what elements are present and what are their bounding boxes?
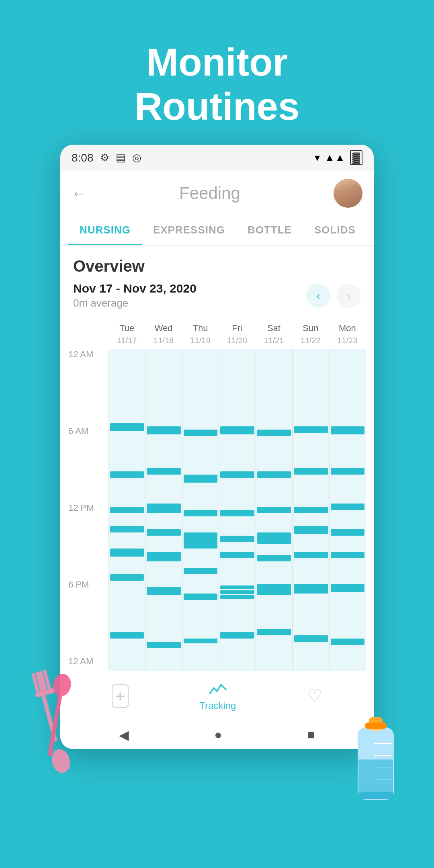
phone-mockup: 8:08 ⚙ ▤ ◎ ▾ ▲▲ ▓ ← Feeding NURSING EXPR… xyxy=(60,145,374,749)
tabs-bar: NURSING EXPRESSING BOTTLE SOLIDS S xyxy=(60,216,374,246)
feed-block xyxy=(184,510,217,516)
feed-block xyxy=(257,584,291,595)
feed-block xyxy=(220,595,254,599)
sys-nav: ◀ ● ■ xyxy=(60,721,374,749)
feed-block xyxy=(110,632,144,639)
signal-icon: ▲▲ xyxy=(325,151,345,164)
feed-block xyxy=(257,507,291,513)
feed-block xyxy=(147,468,180,475)
feed-block xyxy=(220,585,254,590)
tab-supplements[interactable]: S xyxy=(367,216,374,245)
feed-block xyxy=(294,507,328,513)
feed-block xyxy=(220,471,254,478)
time-labels-col: 12 AM 6 AM 12 PM 6 PM 12 AM xyxy=(68,349,108,671)
feed-block xyxy=(257,471,291,478)
svg-point-7 xyxy=(51,672,73,698)
day-col-mon xyxy=(329,349,366,671)
next-week-button[interactable]: › xyxy=(337,284,361,308)
feed-block xyxy=(184,430,217,436)
col-header-fri: Fri11/20 xyxy=(219,322,255,346)
sys-home-button[interactable]: ● xyxy=(214,727,222,742)
tracking-label: Tracking xyxy=(199,700,236,711)
feed-block xyxy=(331,504,364,510)
sim-icon: ▤ xyxy=(116,151,126,164)
day-col-sat xyxy=(256,349,292,671)
status-right: ▾ ▲▲ ▓ xyxy=(315,150,362,165)
wifi-icon: ▾ xyxy=(315,151,320,164)
day-col-thu xyxy=(182,349,219,671)
status-left: 8:08 ⚙ ▤ ◎ xyxy=(72,151,141,164)
feed-block xyxy=(294,426,328,433)
chart-container: Tue11/17 Wed11/18 Thu11/19 Fri11/20 Sat1… xyxy=(60,309,374,671)
time-6am: 6 AM xyxy=(68,426,108,436)
feed-block xyxy=(220,590,254,594)
tab-nursing[interactable]: NURSING xyxy=(68,216,142,246)
prev-week-button[interactable]: ‹ xyxy=(306,284,330,308)
nav-buttons: ‹ › xyxy=(306,284,361,308)
col-header-wed: Wed11/18 xyxy=(145,322,182,346)
col-header-tue: Tue11/17 xyxy=(108,322,145,346)
feed-block xyxy=(184,639,217,643)
feed-block xyxy=(220,426,254,434)
feed-block xyxy=(257,430,291,436)
bottom-nav: + Tracking ♡ xyxy=(60,671,374,721)
feed-block xyxy=(184,594,217,600)
overview-section: Overview Nov 17 - Nov 23, 2020 0m averag… xyxy=(60,246,374,309)
feed-block xyxy=(294,635,328,642)
nav-item-tracking[interactable]: Tracking xyxy=(199,681,236,711)
feed-block xyxy=(331,552,364,558)
sys-recents-button[interactable]: ■ xyxy=(307,727,315,742)
back-button[interactable]: ← xyxy=(72,185,86,202)
tab-solids[interactable]: SOLIDS xyxy=(303,216,367,245)
nav-item-add[interactable]: + xyxy=(112,684,129,708)
feed-block xyxy=(331,426,364,434)
col-header-mon: Mon11/23 xyxy=(329,322,366,346)
feed-block xyxy=(147,426,180,434)
time-12am-top: 12 AM xyxy=(68,349,108,360)
svg-rect-11 xyxy=(365,723,387,729)
col-header-sun: Sun11/22 xyxy=(292,322,329,346)
battery-icon: ▓ xyxy=(350,150,362,165)
tab-bottle[interactable]: BOTTLE xyxy=(236,216,303,245)
feed-block xyxy=(147,642,180,648)
feed-block xyxy=(331,584,364,592)
avatar[interactable] xyxy=(334,179,362,208)
feed-block xyxy=(147,504,180,513)
feed-block xyxy=(147,587,180,595)
feed-block xyxy=(110,526,144,532)
feed-block xyxy=(110,507,144,513)
podcast-icon: ◎ xyxy=(132,151,141,164)
svg-point-5 xyxy=(49,747,72,775)
feed-block xyxy=(331,468,364,475)
col-header-sat: Sat11/21 xyxy=(256,322,292,346)
feed-block xyxy=(184,568,217,574)
feed-block xyxy=(257,629,291,635)
feed-block xyxy=(257,532,291,544)
add-icon: + xyxy=(112,684,129,708)
status-bar: 8:08 ⚙ ▤ ◎ ▾ ▲▲ ▓ xyxy=(60,145,374,171)
deco-fork-spoon xyxy=(12,667,92,788)
nav-item-favorites[interactable]: ♡ xyxy=(307,686,322,706)
time-12am-bottom: 12 AM xyxy=(68,656,108,667)
deco-baby-bottle xyxy=(334,695,422,816)
feed-block xyxy=(147,552,180,561)
tab-expressing[interactable]: EXPRESSING xyxy=(142,216,236,245)
feed-block xyxy=(294,584,328,594)
tracking-icon xyxy=(208,681,227,697)
average-text: 0m average xyxy=(73,297,197,309)
date-range-row: Nov 17 - Nov 23, 2020 0m average ‹ › xyxy=(73,282,361,309)
feed-block xyxy=(184,475,217,483)
feed-block xyxy=(184,532,217,549)
feed-block xyxy=(147,529,180,536)
day-col-sun xyxy=(292,349,329,671)
feed-block xyxy=(294,468,328,475)
feed-block xyxy=(294,526,328,534)
app-header: ← Feeding xyxy=(60,171,374,216)
feed-block xyxy=(220,510,254,516)
feed-block xyxy=(257,555,291,561)
sys-back-button[interactable]: ◀ xyxy=(119,727,129,743)
time-6pm: 6 PM xyxy=(68,579,108,590)
page-title: Feeding xyxy=(179,184,240,203)
date-range: Nov 17 - Nov 23, 2020 xyxy=(73,282,197,295)
feed-block xyxy=(331,529,364,536)
